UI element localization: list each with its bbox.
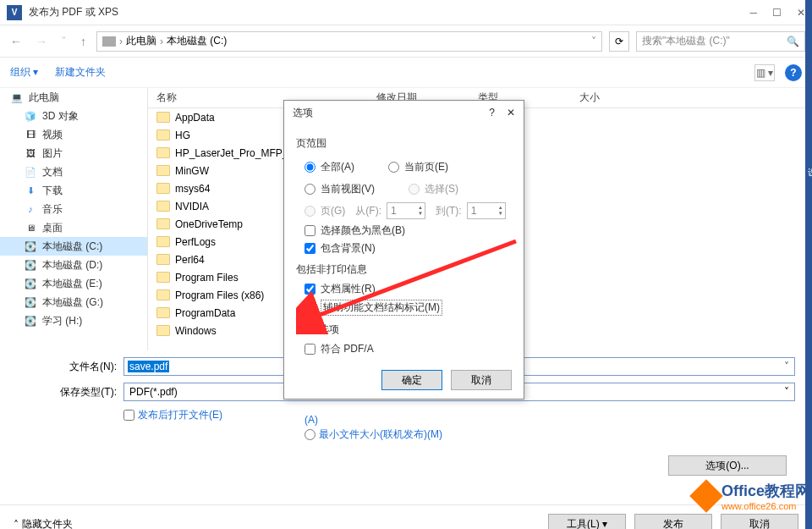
file-name: Windows bbox=[175, 325, 217, 337]
sidebar-item-documents[interactable]: 📄文档 bbox=[0, 163, 147, 181]
forward-button[interactable]: → bbox=[32, 35, 51, 48]
range-view-label: 当前视图(V) bbox=[321, 182, 375, 196]
folder-icon bbox=[156, 201, 170, 212]
hide-folders-toggle[interactable]: ˄ 隐藏文件夹 bbox=[14, 517, 73, 529]
drive-icon: 💽 bbox=[24, 315, 37, 327]
search-icon: 🔍 bbox=[787, 36, 799, 47]
sidebar-item-label: 学习 (H:) bbox=[42, 314, 82, 328]
document-icon: 📄 bbox=[24, 166, 37, 178]
options-button[interactable]: 选项(O)... bbox=[668, 455, 787, 476]
file-name: Perl64 bbox=[175, 254, 205, 266]
folder-icon bbox=[156, 218, 170, 229]
publish-button[interactable]: 发布 bbox=[634, 514, 712, 530]
sidebar-item-label: 本地磁盘 (E:) bbox=[42, 277, 102, 291]
breadcrumb-root[interactable]: 此电脑 bbox=[126, 34, 156, 48]
sidebar-item-drive-h[interactable]: 💽学习 (H:) bbox=[0, 311, 147, 330]
dialog-help-icon[interactable]: ? bbox=[489, 107, 495, 118]
range-current-radio[interactable] bbox=[388, 162, 399, 173]
docprops-label: 文档属性(R) bbox=[321, 282, 376, 296]
sidebar-item-drive-e[interactable]: 💽本地磁盘 (E:) bbox=[0, 274, 147, 293]
include-bg-label: 包含背景(N) bbox=[321, 241, 376, 256]
open-after-checkbox[interactable] bbox=[123, 410, 134, 421]
dialog-close-icon[interactable]: ✕ bbox=[507, 107, 515, 118]
video-icon: 🎞 bbox=[24, 129, 37, 141]
optimize-min-radio[interactable] bbox=[304, 429, 315, 440]
new-folder-button[interactable]: 新建文件夹 bbox=[55, 65, 106, 80]
sidebar-item-label: 3D 对象 bbox=[42, 109, 79, 124]
file-name: Program Files bbox=[175, 272, 239, 284]
search-input[interactable]: 搜索"本地磁盘 (C:)" 🔍 bbox=[636, 31, 805, 52]
drive-icon bbox=[102, 36, 116, 47]
to-label: 到(T): bbox=[436, 204, 462, 218]
watermark-icon bbox=[689, 479, 723, 513]
filename-value: save.pdf bbox=[128, 361, 169, 372]
file-name: ProgramData bbox=[175, 307, 235, 319]
file-name: msys64 bbox=[175, 183, 210, 195]
sidebar-root[interactable]: 💻 此电脑 bbox=[0, 88, 147, 107]
range-view-radio[interactable] bbox=[304, 184, 315, 195]
sidebar-root-label: 此电脑 bbox=[29, 91, 59, 105]
breadcrumb-drive[interactable]: 本地磁盘 (C:) bbox=[167, 34, 227, 48]
hide-folders-label: 隐藏文件夹 bbox=[22, 517, 73, 529]
from-spinner[interactable]: 1 bbox=[387, 202, 425, 219]
folder-icon bbox=[156, 307, 170, 318]
sidebar-item-label: 文档 bbox=[42, 165, 63, 179]
watermark: Office教程网 www.office26.com bbox=[694, 481, 810, 511]
file-name: AppData bbox=[175, 112, 215, 124]
up-button[interactable]: ↑ bbox=[77, 35, 90, 48]
folder-icon bbox=[156, 289, 170, 300]
dialog-cancel-button[interactable]: 取消 bbox=[451, 370, 512, 390]
optimize-a-link[interactable]: (A) bbox=[304, 414, 318, 426]
options-dialog: 选项 ? ✕ 页范围 全部(A) 当前页(E) 当前视图(V) 选择(S) 页(… bbox=[283, 100, 524, 400]
dialog-ok-button[interactable]: 确定 bbox=[381, 370, 442, 390]
sidebar-item-drive-c[interactable]: 💽本地磁盘 (C:) bbox=[0, 237, 147, 256]
to-spinner[interactable]: 1 bbox=[467, 202, 506, 219]
tools-menu[interactable]: 工具(L) ▾ bbox=[548, 514, 626, 530]
view-options[interactable]: ▥ ▾ bbox=[754, 64, 775, 81]
sidebar-item-label: 下载 bbox=[42, 184, 63, 198]
breadcrumb[interactable]: › 此电脑 › 本地磁盘 (C:) ˅ bbox=[96, 31, 602, 52]
column-size[interactable]: 大小 bbox=[571, 91, 639, 105]
sidebar-item-videos[interactable]: 🎞视频 bbox=[0, 125, 147, 144]
range-all-radio[interactable] bbox=[304, 162, 315, 173]
refresh-button[interactable]: ⟳ bbox=[609, 31, 629, 52]
maximize-icon[interactable]: ☐ bbox=[772, 7, 782, 19]
folder-icon bbox=[156, 272, 170, 283]
pdfa-checkbox[interactable] bbox=[304, 344, 315, 355]
include-bg-checkbox[interactable] bbox=[304, 243, 315, 254]
computer-icon: 💻 bbox=[10, 91, 24, 103]
cancel-button[interactable]: 取消 bbox=[721, 514, 798, 530]
range-pages-label: 页(G) bbox=[321, 204, 345, 218]
sidebar-item-drive-g[interactable]: 💽本地磁盘 (G:) bbox=[0, 293, 147, 311]
range-select-label: 选择(S) bbox=[425, 182, 458, 196]
sidebar-item-music[interactable]: ♪音乐 bbox=[0, 200, 147, 218]
drive-icon: 💽 bbox=[24, 296, 37, 308]
open-after-label: 发布后打开文件(E) bbox=[138, 408, 222, 422]
color-bw-checkbox[interactable] bbox=[304, 225, 315, 236]
accessibility-checkbox[interactable] bbox=[304, 302, 315, 313]
minimize-icon[interactable]: ─ bbox=[749, 7, 757, 19]
folder-icon bbox=[156, 147, 170, 158]
chevron-down-icon[interactable]: ˅ bbox=[779, 361, 794, 372]
watermark-url: www.office26.com bbox=[721, 501, 810, 511]
drive-icon: 💽 bbox=[24, 259, 37, 271]
sidebar-item-pictures[interactable]: 🖼图片 bbox=[0, 144, 147, 163]
organize-menu[interactable]: 组织 ▾ bbox=[10, 65, 38, 80]
watermark-brand: Office教程网 bbox=[721, 481, 810, 501]
from-label: 从(F): bbox=[355, 204, 381, 218]
sidebar-item-downloads[interactable]: ⬇下载 bbox=[0, 181, 147, 200]
chevron-down-icon[interactable]: ˅ bbox=[591, 36, 596, 47]
recent-dropdown[interactable]: ˅ bbox=[58, 35, 70, 48]
sidebar-item-3d[interactable]: 🧊3D 对象 bbox=[0, 107, 147, 125]
chevron-up-icon: ˄ bbox=[14, 519, 19, 530]
close-icon[interactable]: ✕ bbox=[797, 7, 805, 19]
back-button[interactable]: ← bbox=[7, 35, 25, 48]
sidebar-item-label: 本地磁盘 (D:) bbox=[42, 258, 102, 273]
help-icon[interactable]: ? bbox=[785, 64, 802, 81]
sidebar-item-desktop[interactable]: 🖥桌面 bbox=[0, 218, 147, 237]
range-pages-radio bbox=[304, 206, 315, 217]
sidebar-item-drive-d[interactable]: 💽本地磁盘 (D:) bbox=[0, 256, 147, 274]
docprops-checkbox[interactable] bbox=[304, 284, 315, 295]
chevron-right-icon: › bbox=[119, 36, 123, 47]
group-pdf: PDF 选项 bbox=[296, 322, 512, 337]
